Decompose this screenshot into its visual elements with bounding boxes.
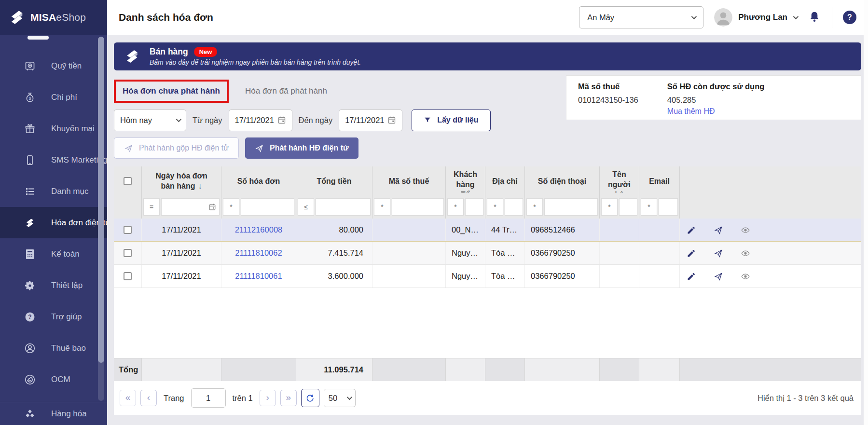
filter-operator[interactable]: * bbox=[374, 198, 390, 216]
filter-operator[interactable]: * bbox=[223, 198, 239, 216]
send-icon[interactable] bbox=[714, 272, 723, 281]
sidebar-item-danh-muc[interactable]: Danh mục bbox=[0, 176, 107, 207]
customer-filter-input[interactable] bbox=[465, 198, 483, 216]
sales-banner[interactable]: Bán hàng New Bấm vào đây để trải nghiệm … bbox=[114, 42, 861, 70]
edit-icon[interactable] bbox=[687, 248, 696, 258]
date-filter-input[interactable] bbox=[161, 198, 220, 216]
cell-date: 17/11/2021 bbox=[142, 242, 221, 264]
view-icon[interactable] bbox=[741, 248, 750, 258]
sidebar-item-tro-giup[interactable]: ? Trợ giúp bbox=[0, 301, 107, 332]
goods-icon bbox=[24, 408, 36, 420]
invoice-link[interactable]: 21111810061 bbox=[235, 272, 282, 281]
invoice-link[interactable]: 21111810062 bbox=[235, 248, 282, 258]
filter-operator[interactable]: = bbox=[143, 198, 160, 216]
page-input[interactable]: 1 bbox=[191, 388, 226, 408]
tax-code-value: 0101243150-136 bbox=[578, 96, 638, 105]
phone-filter-input[interactable] bbox=[544, 198, 598, 216]
notifications-button[interactable] bbox=[808, 11, 821, 24]
select-all-checkbox[interactable] bbox=[124, 177, 132, 185]
sidebar-scrollbar[interactable] bbox=[98, 37, 104, 363]
sidebar-item-sms-marketing[interactable]: SMS Marketing bbox=[0, 144, 107, 176]
table-row[interactable]: 17/11/2021 21111810061 3.600.000 Nguy… T… bbox=[114, 265, 861, 288]
prev-page-button[interactable]: ‹ bbox=[140, 390, 157, 406]
svg-text:$: $ bbox=[28, 96, 31, 100]
sidebar-item-khuyen-mai[interactable]: Khuyến mại bbox=[0, 113, 107, 144]
chevron-down-icon bbox=[176, 117, 181, 122]
view-icon[interactable] bbox=[741, 225, 750, 235]
store-selector[interactable]: An Mây bbox=[579, 6, 703, 28]
filter-operator[interactable]: * bbox=[447, 198, 464, 216]
cell-address: Tòa … bbox=[485, 242, 525, 264]
cell-date: 17/11/2021 bbox=[142, 265, 221, 288]
column-header-date[interactable]: Ngày hóa đơn bán hàng↓ bbox=[142, 166, 221, 195]
column-header-recipient[interactable]: Tên người nhận bbox=[600, 166, 639, 195]
bell-icon bbox=[808, 11, 821, 24]
invoice-table: Ngày hóa đơn bán hàng↓ Số hóa đơn Tổng t… bbox=[114, 166, 861, 415]
totals-amount: 11.095.714 bbox=[296, 358, 372, 381]
column-header-address[interactable]: Địa chỉ bbox=[485, 166, 525, 195]
email-filter-input[interactable] bbox=[659, 198, 678, 216]
sidebar-item-thiet-lap[interactable]: Thiết lập bbox=[0, 270, 107, 301]
row-checkbox[interactable] bbox=[124, 272, 132, 280]
cell-customer: Nguy… bbox=[446, 242, 485, 264]
row-checkbox[interactable] bbox=[124, 226, 132, 234]
edit-icon[interactable] bbox=[687, 272, 696, 281]
tab-unissued-invoices[interactable]: Hóa đơn chưa phát hành bbox=[114, 80, 229, 103]
invoice-no-filter-input[interactable] bbox=[241, 198, 294, 216]
refresh-button[interactable] bbox=[301, 389, 319, 407]
filter-operator[interactable]: * bbox=[487, 198, 503, 216]
total-filter-input[interactable] bbox=[316, 198, 371, 216]
fetch-data-button[interactable]: Lấy dữ liệu bbox=[412, 110, 490, 131]
send-icon[interactable] bbox=[714, 225, 723, 235]
tax-code-filter-input[interactable] bbox=[392, 198, 444, 216]
next-page-button[interactable]: › bbox=[260, 390, 276, 406]
svg-text:?: ? bbox=[28, 314, 31, 320]
sidebar-item-quy-tien[interactable]: Quỹ tiền bbox=[0, 50, 107, 82]
column-header-invoice-no[interactable]: Số hóa đơn bbox=[221, 166, 296, 195]
sidebar-item-chi-phi[interactable]: $ Chi phí bbox=[0, 82, 107, 113]
table-row[interactable]: 17/11/2021 21112160008 80.000 00_N… 44 T… bbox=[114, 219, 861, 242]
from-date-input[interactable]: 17/11/2021 bbox=[229, 110, 292, 131]
sidebar-item-hoa-don-dien-tu[interactable]: Hóa đơn điện tử bbox=[0, 207, 107, 238]
to-date-input[interactable]: 17/11/2021 bbox=[339, 110, 402, 131]
table-empty-area bbox=[114, 288, 861, 358]
recipient-filter-input[interactable] bbox=[619, 198, 637, 216]
cell-email bbox=[639, 242, 680, 264]
cell-email bbox=[639, 265, 680, 288]
tab-issued-invoices[interactable]: Hóa đơn đã phát hành bbox=[238, 82, 334, 101]
bulk-issue-button[interactable]: Phát hành gộp HĐ điện tử bbox=[114, 137, 239, 159]
first-page-button[interactable]: « bbox=[120, 390, 136, 406]
last-page-button[interactable]: » bbox=[280, 390, 297, 406]
buy-more-link[interactable]: Mua thêm HĐ bbox=[667, 107, 765, 116]
page-scrollbar[interactable] bbox=[864, 0, 868, 425]
column-header-customer[interactable]: Khách hàng Tổ bbox=[446, 166, 485, 195]
column-header-total[interactable]: Tổng tiền bbox=[296, 166, 372, 195]
send-icon[interactable] bbox=[714, 248, 723, 258]
sidebar-item-thue-bao[interactable]: Thuê bao bbox=[0, 332, 107, 364]
filter-operator[interactable]: * bbox=[526, 198, 543, 216]
to-date-label: Đến ngày bbox=[299, 116, 333, 125]
banner-title: Bán hàng bbox=[150, 47, 188, 57]
user-menu[interactable]: Phương Lan bbox=[714, 8, 797, 27]
table-row[interactable]: 17/11/2021 21111810062 7.415.714 Nguy… T… bbox=[114, 242, 861, 265]
filter-operator[interactable]: ≤ bbox=[298, 198, 314, 216]
period-select[interactable]: Hôm nay bbox=[114, 110, 186, 131]
sidebar-item-ocm[interactable]: OCM bbox=[0, 364, 107, 395]
view-icon[interactable] bbox=[741, 272, 750, 281]
brand-logo[interactable]: MISAeShop bbox=[0, 0, 107, 35]
column-header-tax-code[interactable]: Mã số thuế bbox=[372, 166, 446, 195]
issue-button[interactable]: Phát hành HĐ điện tử bbox=[245, 137, 358, 159]
edit-icon[interactable] bbox=[687, 225, 696, 235]
column-header-email[interactable]: Email bbox=[639, 166, 680, 195]
page-size-select[interactable]: 50 bbox=[324, 389, 356, 407]
row-checkbox[interactable] bbox=[124, 249, 132, 257]
help-button[interactable]: ? bbox=[843, 11, 856, 24]
filter-operator[interactable]: * bbox=[601, 198, 618, 216]
sidebar-item-ke-toan[interactable]: Kế toán bbox=[0, 238, 107, 270]
invoice-link[interactable]: 21112160008 bbox=[235, 225, 283, 234]
pagination-bar: « ‹ Trang 1 trên 1 › » 50 Hiển thị 1 - 3… bbox=[114, 381, 861, 415]
filter-operator[interactable]: * bbox=[641, 198, 657, 216]
address-filter-input[interactable] bbox=[505, 198, 523, 216]
sidebar-item-hang-hoa[interactable]: Hàng hóa bbox=[0, 402, 107, 425]
column-header-phone[interactable]: Số điện thoại bbox=[525, 166, 600, 195]
